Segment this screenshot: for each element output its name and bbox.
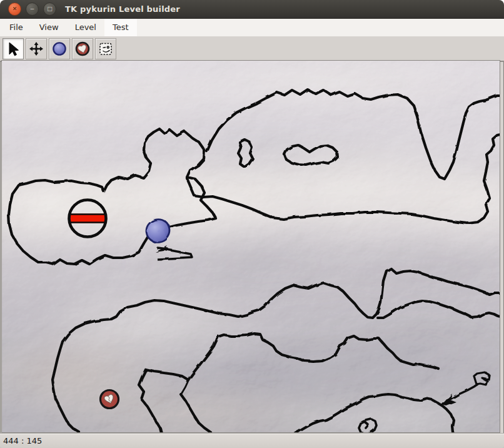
cursor-arrow-icon xyxy=(5,41,21,57)
title-bar[interactable]: ✕ − □ TK pykurin Level builder xyxy=(0,0,504,19)
stamp-face-icon xyxy=(98,41,114,57)
move-arrows-icon xyxy=(28,41,44,57)
tool-ball-button[interactable] xyxy=(49,38,70,59)
cloud-background xyxy=(2,61,500,432)
tool-stamp-button[interactable] xyxy=(95,38,116,59)
pointer-coordinates: 444 : 145 xyxy=(3,436,42,445)
tool-heart-button[interactable] xyxy=(72,38,93,59)
heart-pickup-icon xyxy=(74,41,91,57)
ball-icon xyxy=(51,41,68,57)
maximize-button[interactable]: □ xyxy=(43,3,56,16)
menu-item-view[interactable]: View xyxy=(31,19,67,36)
tool-bar xyxy=(0,37,504,62)
close-icon: ✕ xyxy=(13,6,18,12)
status-bar: 444 : 145 xyxy=(0,433,504,448)
tool-move-button[interactable] xyxy=(26,38,47,59)
minimize-button[interactable]: − xyxy=(26,3,39,16)
menu-item-file[interactable]: File xyxy=(1,19,31,36)
menu-item-test[interactable]: Test xyxy=(104,19,137,36)
level-canvas[interactable] xyxy=(2,61,500,432)
app-window: ✕ − □ TK pykurin Level builder File View… xyxy=(0,0,504,448)
minimize-icon: − xyxy=(30,6,35,12)
close-button[interactable]: ✕ xyxy=(8,3,21,16)
window-title: TK pykurin Level builder xyxy=(65,4,180,14)
heart-pickup[interactable] xyxy=(101,390,119,409)
menu-bar: File View Level Test xyxy=(0,19,504,37)
tool-select-button[interactable] xyxy=(3,38,24,59)
menu-item-level[interactable]: Level xyxy=(67,19,104,36)
maximize-icon: □ xyxy=(47,6,53,12)
